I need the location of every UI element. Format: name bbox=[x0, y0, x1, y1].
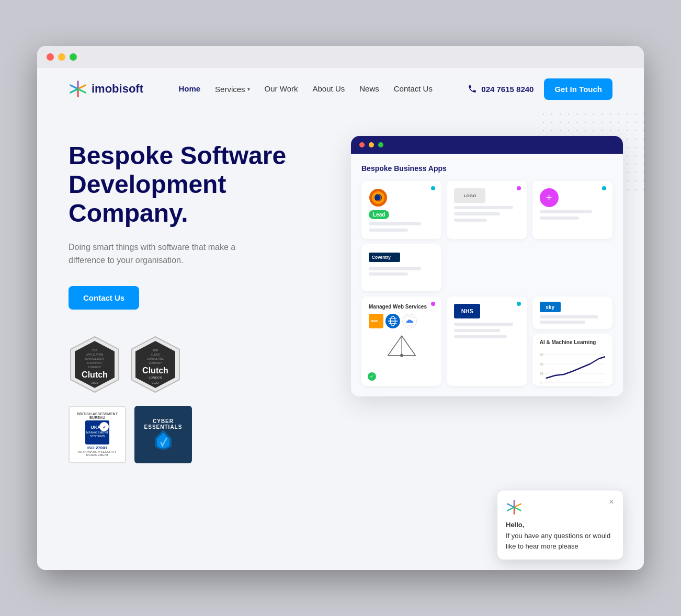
svg-text:MANAGEMENT: MANAGEMENT bbox=[85, 357, 104, 360]
aws-icons: aws bbox=[369, 314, 434, 328]
phone-link[interactable]: 024 7615 8240 bbox=[468, 84, 534, 94]
lead-badge: Lead bbox=[369, 210, 389, 219]
svg-text:& SUPPORT: & SUPPORT bbox=[87, 361, 103, 364]
mockup-card-sky: sky bbox=[532, 296, 612, 329]
chat-logo-icon bbox=[506, 499, 523, 516]
nav-links: Home Services ▾ Our Work About Us News bbox=[178, 84, 433, 94]
mockup-card-ai-ml: AI & Machine Learning 75 bbox=[532, 334, 612, 386]
card-dot-purple bbox=[517, 186, 521, 190]
mockup-grid-row2: Managed Web Services aws bbox=[361, 296, 612, 386]
logo[interactable]: imobisoft bbox=[69, 79, 143, 98]
chat-bubble: × Hello, If you have any questions or wo… bbox=[497, 490, 623, 560]
mockup-topbar bbox=[351, 136, 623, 154]
contact-us-button[interactable]: Contact Us bbox=[69, 286, 139, 310]
card-dot-cyan2 bbox=[517, 302, 521, 306]
ai-ml-title: AI & Machine Learning bbox=[540, 339, 605, 345]
svg-line-3 bbox=[78, 89, 85, 93]
chat-greeting: Hello, bbox=[506, 521, 615, 529]
mockup-card-managed-web: Managed Web Services aws bbox=[361, 296, 441, 386]
maximize-button[interactable] bbox=[70, 53, 77, 61]
svg-text:CLOUD: CLOUD bbox=[151, 353, 160, 356]
nav-item-contact-us[interactable]: Contact Us bbox=[394, 84, 433, 94]
nav-item-our-work[interactable]: Our Work bbox=[265, 84, 298, 94]
mockup-expand-dot bbox=[378, 142, 383, 147]
google-cloud-icon bbox=[402, 314, 417, 328]
close-button[interactable] bbox=[47, 53, 54, 61]
mockup-body: Bespoke Business Apps bbox=[351, 154, 623, 396]
cert-badges-row: British Assessment Bureau UKAS MANAGEMEN… bbox=[69, 406, 313, 463]
svg-line-4 bbox=[78, 85, 85, 89]
svg-text:APPLICATION: APPLICATION bbox=[86, 353, 104, 356]
chat-message: If you have any questions or would like … bbox=[506, 531, 615, 551]
svg-text:Clutch: Clutch bbox=[82, 370, 108, 379]
triangle-logo bbox=[386, 333, 417, 359]
mockup-card-plus: + bbox=[532, 181, 612, 239]
sky-logo: sky bbox=[540, 302, 561, 312]
svg-text:COMPANY: COMPANY bbox=[149, 361, 163, 364]
mockup-card-logo: LOGO bbox=[447, 181, 527, 239]
mockup-card-lead: Lead bbox=[361, 181, 441, 239]
cyber-essentials-badge: CYBER ESSENTIALS bbox=[134, 406, 192, 463]
plus-circle-icon: + bbox=[540, 188, 559, 207]
svg-text:COMPANY: COMPANY bbox=[88, 366, 102, 369]
nav-link-news[interactable]: News bbox=[359, 84, 379, 93]
svg-line-55 bbox=[507, 504, 514, 507]
page-content: imobisoft Home Services ▾ Our Work About… bbox=[37, 68, 644, 570]
check-icon: ✓ bbox=[368, 372, 376, 381]
managed-web-title: Managed Web Services bbox=[369, 304, 434, 310]
mockup-close-dot bbox=[359, 142, 365, 147]
mockup-grid-row1: Lead LOGO bbox=[361, 181, 612, 291]
hero-left: Bespoke Software Development Company. Do… bbox=[69, 131, 313, 486]
ai-chart: 75 50 25 0 bbox=[540, 349, 605, 381]
svg-text:Clutch: Clutch bbox=[142, 366, 168, 375]
svg-text:✓: ✓ bbox=[103, 425, 106, 430]
navbar: imobisoft Home Services ▾ Our Work About… bbox=[37, 68, 644, 110]
clutch-badge-2: TOP CLOUD CONSULTING COMPANY Clutch LOND… bbox=[129, 336, 181, 393]
mockup-title: Bespoke Business Apps bbox=[361, 164, 612, 173]
svg-line-58 bbox=[507, 507, 514, 510]
nav-item-home[interactable]: Home bbox=[178, 84, 200, 94]
nhs-logo: NHS bbox=[454, 304, 480, 318]
chat-close-button[interactable]: × bbox=[606, 497, 617, 507]
svg-text:0: 0 bbox=[540, 381, 542, 385]
logo-text: imobisoft bbox=[92, 82, 143, 96]
svg-text:CONSULTING: CONSULTING bbox=[147, 357, 164, 360]
browser-window: imobisoft Home Services ▾ Our Work About… bbox=[37, 46, 644, 570]
svg-text:TOP: TOP bbox=[92, 349, 98, 352]
chevron-down-icon: ▾ bbox=[247, 86, 250, 92]
globe-icon bbox=[385, 314, 400, 328]
aws-icon: aws bbox=[369, 314, 383, 328]
card-dot-purple2 bbox=[431, 302, 435, 306]
svg-text:SYSTEMS: SYSTEMS bbox=[90, 435, 105, 438]
nav-link-about-us[interactable]: About Us bbox=[313, 84, 345, 93]
hero-subtitle: Doing smart things with software that ma… bbox=[69, 241, 267, 267]
svg-text:MANAGEMENT: MANAGEMENT bbox=[86, 431, 108, 434]
svg-text:50: 50 bbox=[540, 362, 543, 366]
svg-text:aws: aws bbox=[371, 319, 378, 323]
svg-text:TOP: TOP bbox=[153, 349, 158, 352]
phone-number: 024 7615 8240 bbox=[481, 85, 534, 94]
phone-icon bbox=[468, 84, 477, 94]
nav-item-news[interactable]: News bbox=[359, 84, 379, 94]
nav-link-contact-us[interactable]: Contact Us bbox=[394, 84, 433, 93]
get-in-touch-button[interactable]: Get In Touch bbox=[544, 78, 612, 100]
mockup-minimize-dot bbox=[369, 142, 374, 147]
svg-line-2 bbox=[71, 85, 78, 89]
svg-line-5 bbox=[71, 89, 78, 93]
card-dot-cyan bbox=[602, 186, 606, 190]
nav-link-services[interactable]: Services ▾ bbox=[215, 85, 250, 94]
clutch-badge-1: TOP APPLICATION MANAGEMENT & SUPPORT COM… bbox=[69, 336, 121, 393]
hero-section: Bespoke Software Development Company. Do… bbox=[37, 110, 644, 518]
minimize-button[interactable] bbox=[58, 53, 65, 61]
card-dot-blue bbox=[431, 186, 435, 190]
svg-text:25: 25 bbox=[540, 371, 543, 375]
svg-line-57 bbox=[514, 504, 521, 507]
nav-link-our-work[interactable]: Our Work bbox=[265, 84, 298, 93]
nav-item-about-us[interactable]: About Us bbox=[313, 84, 345, 94]
svg-text:75: 75 bbox=[540, 352, 543, 357]
mockup-right-col: sky AI & Machine Learning bbox=[532, 296, 612, 386]
nav-link-home[interactable]: Home bbox=[178, 84, 200, 93]
mockup-card-coventry: Coventry bbox=[361, 244, 441, 291]
svg-text:Coventry: Coventry bbox=[372, 255, 391, 260]
nav-item-services[interactable]: Services ▾ bbox=[215, 85, 250, 94]
